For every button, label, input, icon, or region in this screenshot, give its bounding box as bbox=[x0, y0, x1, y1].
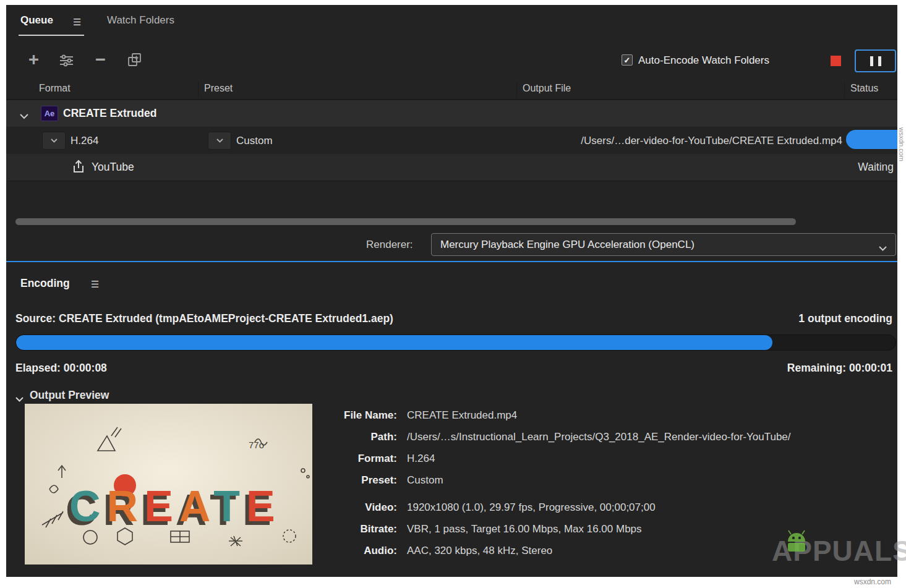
queue-column-headers: Format Preset Output File Status bbox=[6, 80, 897, 100]
column-separator bbox=[844, 82, 845, 98]
source-title: CREATE Extruded bbox=[63, 107, 156, 120]
svg-text:CREATE: CREATE bbox=[69, 482, 281, 530]
encoding-progress-track bbox=[15, 334, 896, 351]
encoding-progress-fill bbox=[16, 335, 772, 350]
check-icon: ✓ bbox=[624, 56, 631, 64]
media-encoder-window: Queue ☰ Watch Folders + − ✓ Auto-Encode … bbox=[6, 5, 897, 577]
publish-status: Waiting bbox=[858, 161, 894, 174]
duplicate-button[interactable] bbox=[127, 53, 142, 70]
pause-button[interactable] bbox=[855, 49, 896, 72]
queue-panel: Queue ☰ Watch Folders + − ✓ Auto-Encode … bbox=[6, 5, 897, 261]
elapsed-time: Elapsed: 00:00:08 bbox=[15, 362, 107, 375]
chevron-down-icon bbox=[879, 242, 887, 254]
publish-destination-label: YouTube bbox=[92, 161, 134, 174]
output-preview-image: 77o CREATE CREATE bbox=[25, 404, 312, 565]
publish-output-row[interactable]: YouTube Waiting bbox=[6, 154, 897, 181]
queue-group-row[interactable]: Ae CREATE Extruded bbox=[6, 100, 897, 127]
preset-settings-icon[interactable] bbox=[59, 54, 74, 69]
remaining-time: Remaining: 00:00:01 bbox=[787, 362, 892, 375]
detail-row-video: Video: 1920x1080 (1.0), 29.97 fps, Progr… bbox=[328, 500, 891, 515]
format-value-link[interactable]: H.264 bbox=[71, 135, 98, 147]
item-progress-bar bbox=[846, 130, 897, 149]
add-source-button[interactable]: + bbox=[28, 53, 39, 66]
stop-button[interactable] bbox=[831, 56, 841, 66]
column-status: Status bbox=[850, 83, 878, 94]
queue-item-row[interactable]: H.264 Custom /Users/…der-video-for-YouTu… bbox=[6, 127, 897, 154]
output-file-link[interactable]: /Users/…der-video-for-YouTube/CREATE Ext… bbox=[581, 135, 842, 147]
encoding-panel: Encoding ☰ Source: CREATE Extruded (tmpA… bbox=[6, 262, 897, 577]
column-output-file: Output File bbox=[523, 83, 571, 94]
svg-text:77o: 77o bbox=[249, 440, 264, 450]
preset-dropdown[interactable] bbox=[208, 132, 231, 150]
preset-value-link[interactable]: Custom bbox=[236, 135, 273, 147]
auto-encode-label: Auto-Encode Watch Folders bbox=[638, 54, 769, 67]
format-dropdown[interactable] bbox=[42, 132, 66, 150]
share-icon bbox=[72, 160, 85, 176]
tab-queue[interactable]: Queue bbox=[20, 14, 53, 27]
column-preset: Preset bbox=[204, 83, 233, 94]
renderer-label: Renderer: bbox=[366, 239, 413, 251]
encoding-panel-menu-icon[interactable]: ☰ bbox=[91, 279, 99, 289]
auto-encode-checkbox[interactable]: ✓ bbox=[622, 54, 633, 66]
site-watermark-right: wsxdn.com bbox=[898, 127, 905, 161]
column-separator bbox=[516, 82, 517, 98]
detail-row-filename: File Name: CREATE Extruded.mp4 bbox=[328, 407, 891, 423]
renderer-value: Mercury Playback Engine GPU Acceleration… bbox=[440, 239, 694, 251]
column-format: Format bbox=[39, 83, 71, 94]
appuals-mascot-icon bbox=[785, 529, 808, 558]
collapse-chevron-icon[interactable] bbox=[20, 111, 28, 122]
detail-row-format: Format: H.264 bbox=[328, 451, 891, 466]
active-tab-underline bbox=[19, 35, 84, 36]
pause-icon bbox=[870, 56, 873, 66]
output-preview-label: Output Preview bbox=[30, 389, 109, 402]
detail-row-path: Path: /Users/…s/Instructional_Learn_Proj… bbox=[328, 429, 891, 445]
renderer-dropdown[interactable]: Mercury Playback Engine GPU Acceleration… bbox=[431, 233, 896, 256]
after-effects-icon: Ae bbox=[41, 106, 58, 121]
site-watermark-bottom: wsxdn.com bbox=[854, 577, 891, 586]
encoding-title: Encoding bbox=[20, 277, 70, 290]
queue-panel-menu-icon[interactable]: ☰ bbox=[73, 17, 81, 27]
horizontal-scrollbar-thumb[interactable] bbox=[15, 218, 796, 225]
encoding-source-text: Source: CREATE Extruded (tmpAEtoAMEProje… bbox=[15, 312, 393, 325]
output-preview-chevron-icon[interactable] bbox=[15, 393, 24, 404]
detail-row-preset: Preset: Custom bbox=[328, 472, 891, 488]
outputs-count: 1 output encoding bbox=[798, 312, 892, 325]
column-separator bbox=[198, 82, 199, 98]
remove-button[interactable]: − bbox=[95, 53, 106, 66]
tab-watch-folders[interactable]: Watch Folders bbox=[107, 14, 174, 27]
